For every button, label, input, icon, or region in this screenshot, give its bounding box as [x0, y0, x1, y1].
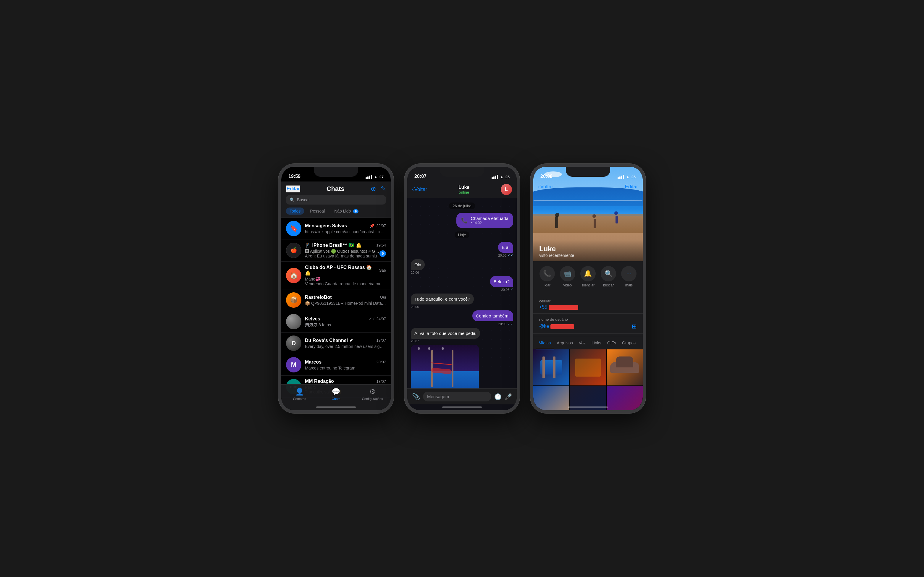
avatar: 🍎: [286, 243, 301, 258]
phone-redacted: [549, 305, 578, 310]
list-item[interactable]: D Du Rove's Channel ✔ 18/07 Every day, o…: [281, 332, 391, 354]
media-thumb-1[interactable]: [533, 350, 569, 385]
message-time: 20:06 ✓✓: [498, 253, 513, 258]
chat-time: 18/07: [376, 379, 386, 384]
status-icons-1: ▲ 27: [365, 175, 384, 179]
media-thumb-2[interactable]: [570, 350, 606, 385]
search-placeholder: Buscar: [297, 197, 310, 202]
contact-avatar[interactable]: L: [501, 184, 512, 195]
chat-time: 20/07: [376, 360, 386, 364]
message-input[interactable]: Mensagem: [423, 392, 491, 401]
chat-name: Du Rove's Channel ✔: [305, 338, 353, 343]
avatar: 📦: [286, 292, 301, 308]
chat-content: Kelves ✓✓ 24/07 🖼🖼🖼 8 fotos: [305, 316, 386, 327]
filter-all[interactable]: Todos: [286, 208, 304, 214]
chat-preview: Marcos entrou no Telegram: [305, 366, 386, 371]
message-bubble: Tudo tranquilo, e com você?: [411, 293, 474, 305]
more-action-icon: ···: [621, 266, 636, 281]
unread-badge: 9: [380, 250, 386, 257]
tab-settings-label: Configurações: [362, 397, 383, 401]
media-section: Mídias Arquivos Voz Links GIFs Grupos: [533, 337, 643, 410]
tab-contacts[interactable]: 👤 Contatos: [281, 387, 318, 401]
chat-name: Kelves: [305, 316, 320, 322]
emoji-clock-icon[interactable]: 🕐: [494, 393, 502, 400]
message-time: 20:06: [411, 305, 474, 309]
list-item[interactable]: 📦 RastreioBot Qui 📦 QP905119531BR HomePo…: [281, 289, 391, 311]
media-thumb-3[interactable]: [607, 350, 643, 385]
tab-voz[interactable]: Voz: [576, 337, 589, 350]
search-bar[interactable]: 🔍 Buscar: [286, 195, 386, 205]
contacts-icon: 👤: [295, 387, 304, 396]
avatar: [286, 314, 301, 329]
profile-edit-button[interactable]: Editar: [625, 184, 638, 190]
call-action[interactable]: 📞 ligar: [540, 266, 555, 287]
message-bubble: Aí vai a foto que você me pediu: [411, 328, 480, 339]
photo-message[interactable]: 20:07 ✓✓: [411, 345, 477, 389]
time-2: 20:07: [414, 174, 426, 179]
profile-info: celular +55 nome de usuário @ke: [533, 295, 643, 334]
tab-links[interactable]: Links: [589, 337, 604, 350]
media-tab-bar: Mídias Arquivos Voz Links GIFs Grupos: [533, 337, 643, 350]
signal-icon-3: [617, 175, 624, 179]
tab-midias[interactable]: Mídias: [536, 337, 554, 350]
wifi-icon-2: ▲: [500, 175, 504, 179]
microphone-icon[interactable]: 🎤: [505, 393, 512, 400]
wifi-icon: ▲: [374, 175, 378, 179]
chat-content: Clube do AP - UFC Russas 🏠 🔔 Sáb Mano💞Ve…: [305, 264, 386, 286]
search-action[interactable]: 🔍 buscar: [601, 266, 616, 287]
phone-value: +55: [539, 305, 578, 310]
tab-chats[interactable]: 💬 Chats: [318, 387, 354, 401]
avatar: 🏠: [286, 268, 301, 283]
contact-name: Luke: [430, 185, 498, 190]
qr-icon[interactable]: ⊞: [632, 323, 637, 330]
list-item[interactable]: 🏠 Clube do AP - UFC Russas 🏠 🔔 Sáb Mano💞…: [281, 262, 391, 289]
chat-time: Sáb: [379, 268, 386, 272]
media-thumb-4[interactable]: [533, 386, 569, 410]
battery-icon-2: 25: [506, 175, 510, 179]
profile-status: visto recentemente: [539, 253, 637, 258]
compose-icon[interactable]: ✎: [381, 185, 386, 193]
message-item: Olá 20:06: [411, 259, 425, 274]
conversation-header: ‹ Voltar Luke online L: [407, 182, 517, 198]
mute-action[interactable]: 🔔 silenciar: [580, 266, 596, 287]
message-time: 20:06 ✓: [490, 288, 513, 292]
filter-unread[interactable]: Não Lido 6: [331, 208, 362, 214]
edit-button[interactable]: Editar: [286, 185, 300, 192]
time-1: 19:59: [288, 174, 300, 179]
profile-back-label: Voltar: [540, 184, 553, 190]
list-item[interactable]: M Marcos 20/07 Marcos entrou no Telegram: [281, 354, 391, 376]
tab-gifs[interactable]: GIFs: [604, 337, 619, 350]
list-item[interactable]: 🍎 📱 iPhone Brasil™ 🇧🇷 🔔 19:54 🅰 Aplicati…: [281, 239, 391, 262]
battery-icon-3: 25: [632, 175, 636, 179]
filter-personal[interactable]: Pessoal: [307, 208, 328, 214]
list-item[interactable]: Kelves ✓✓ 24/07 🖼🖼🖼 8 fotos: [281, 311, 391, 332]
back-button[interactable]: ‹ Voltar: [412, 187, 427, 192]
more-action[interactable]: ··· mais: [621, 266, 636, 287]
signal-icon: [365, 175, 372, 179]
phone-icon: 📞: [461, 217, 468, 224]
new-group-icon[interactable]: ⊕: [371, 185, 376, 193]
chat-preview: 📦 QP905119531BR HomePod mini Data: 26/07…: [305, 301, 386, 306]
profile-back-button[interactable]: ‹ Voltar: [538, 184, 553, 190]
input-bar: 📎 Mensagem 🕐 🎤: [407, 388, 517, 405]
username-value: @ke: [539, 324, 574, 329]
chat-time: ✓✓ 24/07: [369, 317, 386, 321]
chat-content: Marcos 20/07 Marcos entrou no Telegram: [305, 359, 386, 371]
chats-header: Editar Chats ⊕ ✎ 🔍 Buscar Todos Pessoal …: [281, 182, 391, 218]
list-item[interactable]: 🔖 Mensagens Salvas 📌 22/07 https://link.…: [281, 218, 391, 239]
tab-settings[interactable]: ⚙ Configurações: [354, 387, 391, 401]
username-info-row: nome de usuário @ke ⊞: [533, 314, 643, 334]
status-bar-1: 19:59 ▲ 27: [281, 167, 391, 182]
phone-chats: 19:59 ▲ 27 Editar Chats: [278, 164, 394, 413]
phone-info-row: celular +55: [533, 295, 643, 314]
contact-info[interactable]: Luke online: [430, 185, 498, 195]
profile-info-overlay: Luke visto recentemente: [533, 240, 643, 261]
message-item: Aí vai a foto que você me pediu 20:07: [411, 328, 480, 343]
tab-arquivos[interactable]: Arquivos: [554, 337, 575, 350]
attach-button[interactable]: 📎: [412, 393, 420, 401]
tab-grupos[interactable]: Grupos: [619, 337, 638, 350]
call-action-label: ligar: [544, 283, 551, 287]
media-thumb-6[interactable]: [607, 386, 643, 410]
avatar: M: [286, 357, 301, 372]
video-action[interactable]: 📹 video: [560, 266, 575, 287]
